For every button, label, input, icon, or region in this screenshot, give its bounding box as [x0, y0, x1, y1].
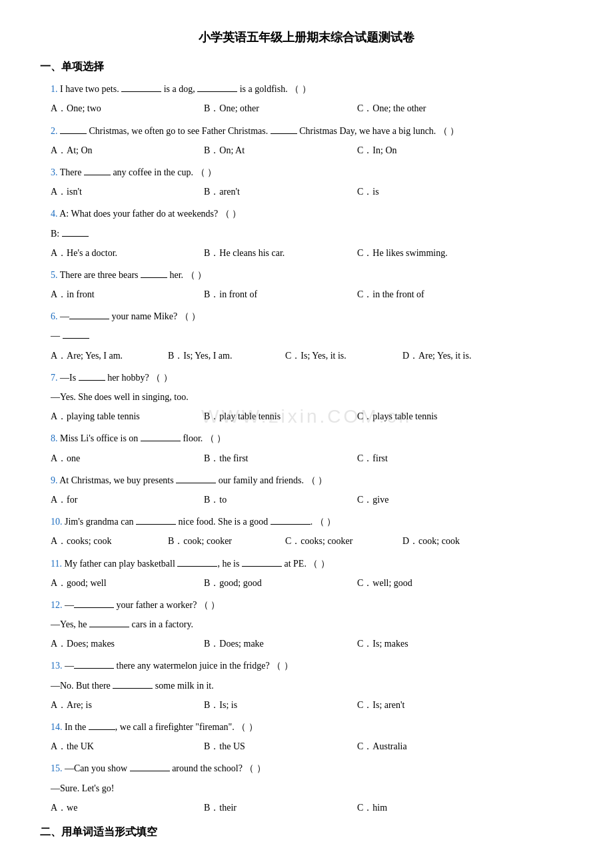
- q12-options: A．Does; makes B．Does; make C．Is; makes: [40, 635, 573, 652]
- q7-optionB: B．play table tennis: [204, 408, 350, 425]
- q4-optionC: C．He likes swimming.: [357, 245, 504, 261]
- q4-options: A．He's a doctor. B．He cleans his car. C．…: [40, 245, 573, 261]
- q7-sub: —Yes. She does well in singing, too.: [40, 389, 573, 405]
- question-11: 11. My father can play basketball , he i…: [40, 555, 573, 572]
- q14-optionC: C．Australia: [357, 738, 504, 755]
- q12-sub: —Yes, he cars in a factory.: [40, 616, 573, 633]
- q6-optionA: A．Are; Yes, I am.: [51, 347, 157, 364]
- q10-options: A．cooks; cook B．cook; cooker C．cooks; co…: [40, 533, 573, 549]
- q6-optionB: B．Is; Yes, I am.: [168, 347, 275, 364]
- q8-number: 8.: [51, 433, 58, 443]
- question-4: 4. A: What does your father do at weeken…: [40, 205, 573, 222]
- q3-optionA: A．isn't: [51, 183, 197, 200]
- q11-number: 11.: [51, 559, 62, 569]
- q14-options: A．the UK B．the US C．Australia: [40, 738, 573, 755]
- q11-optionB: B．good; good: [204, 575, 350, 591]
- q15-options: A．we B．their C．him: [40, 799, 573, 816]
- q2-options: A．At; On B．On; At C．In; On: [40, 142, 573, 159]
- question-9: 9. At Christmas, we buy presents our fam…: [40, 472, 573, 489]
- q7-optionA: A．playing table tennis: [51, 408, 197, 425]
- section1-header: 一、单项选择: [40, 57, 573, 77]
- q11-optionA: A．good; well: [51, 575, 197, 591]
- q10-optionB: B．cook; cooker: [168, 533, 275, 549]
- q14-number: 14.: [51, 722, 63, 732]
- q3-optionC: C．is: [357, 183, 504, 200]
- q9-optionA: A．for: [51, 491, 197, 508]
- question-5: 5. There are three bears her. （ ）: [40, 267, 573, 283]
- q3-options: A．isn't B．aren't C．is: [40, 183, 573, 200]
- q5-optionA: A．in front: [51, 286, 197, 303]
- q7-optionC: C．plays table tennis: [357, 408, 504, 425]
- q4-sub: B:: [40, 225, 573, 242]
- page-title: 小学英语五年级上册期末综合试题测试卷: [40, 27, 573, 48]
- q6-optionC: C．Is; Yes, it is.: [285, 347, 392, 364]
- q1-optionC: C．One; the other: [357, 100, 504, 117]
- q2-optionA: A．At; On: [51, 142, 197, 159]
- q14-optionA: A．the UK: [51, 738, 197, 755]
- q6-sub: —: [40, 327, 573, 344]
- question-15: 15. —Can you show around the school? （ ）: [40, 760, 573, 777]
- q12-optionB: B．Does; make: [204, 635, 350, 652]
- q5-optionC: C．in the front of: [357, 286, 504, 303]
- q5-optionB: B．in front of: [204, 286, 350, 303]
- q10-optionA: A．cooks; cook: [51, 533, 157, 549]
- q10-number: 10.: [51, 517, 63, 527]
- q5-number: 5.: [51, 270, 58, 280]
- question-12: 12. — your father a worker? （ ）: [40, 597, 573, 613]
- q12-optionA: A．Does; makes: [51, 635, 197, 652]
- q12-optionC: C．Is; makes: [357, 635, 504, 652]
- question-6: 6. — your name Mike? （ ）: [40, 308, 573, 325]
- q4-optionB: B．He cleans his car.: [204, 245, 350, 261]
- q10-optionD: D．cook; cook: [402, 533, 509, 549]
- q6-number: 6.: [51, 311, 58, 321]
- question-13: 13. — there any watermelon juice in the …: [40, 657, 573, 674]
- q1-optionA: A．One; two: [51, 100, 197, 117]
- question-7: 7. —Is her hobby? （ ）: [40, 369, 573, 386]
- q13-optionC: C．Is; aren't: [357, 697, 504, 713]
- q7-number: 7.: [51, 373, 58, 383]
- q8-optionA: A．one: [51, 450, 197, 467]
- question-8: 8. Miss Li's office is on floor. （ ）: [40, 430, 573, 447]
- q1-optionB: B．One; other: [204, 100, 350, 117]
- q13-optionA: A．Are; is: [51, 697, 197, 713]
- q8-optionC: C．first: [357, 450, 504, 467]
- q8-options: A．one B．the first C．first: [40, 450, 573, 467]
- q6-options: A．Are; Yes, I am. B．Is; Yes, I am. C．Is;…: [40, 347, 573, 364]
- q9-options: A．for B．to C．give: [40, 491, 573, 508]
- section2-header: 二、用单词适当形式填空: [40, 823, 573, 842]
- q15-optionA: A．we: [51, 799, 197, 816]
- q2-number: 2.: [51, 126, 58, 136]
- q14-optionB: B．the US: [204, 738, 350, 755]
- q13-sub: —No. But there some milk in it.: [40, 677, 573, 694]
- question-2: 2. Christmas, we often go to see Father …: [40, 123, 573, 139]
- q13-number: 13.: [51, 661, 63, 671]
- q15-optionB: B．their: [204, 799, 350, 816]
- q13-options: A．Are; is B．Is; is C．Is; aren't: [40, 697, 573, 713]
- question-1: 1. I have two pets. is a dog, is a goldf…: [40, 81, 573, 97]
- q15-optionC: C．him: [357, 799, 504, 816]
- q11-optionC: C．well; good: [357, 575, 504, 591]
- q9-optionC: C．give: [357, 491, 504, 508]
- q10-optionC: C．cooks; cooker: [285, 533, 392, 549]
- q11-options: A．good; well B．good; good C．well; good: [40, 575, 573, 591]
- q1-options: A．One; two B．One; other C．One; the other: [40, 100, 573, 117]
- q4-number: 4.: [51, 209, 58, 219]
- q12-number: 12.: [51, 600, 63, 610]
- q6-optionD: D．Are; Yes, it is.: [402, 347, 509, 364]
- q9-number: 9.: [51, 475, 58, 485]
- question-10: 10. Jim's grandma can nice food. She is …: [40, 513, 573, 530]
- q2-optionB: B．On; At: [204, 142, 350, 159]
- q3-optionB: B．aren't: [204, 183, 350, 200]
- q15-sub: —Sure. Let's go!: [40, 780, 573, 797]
- q8-optionB: B．the first: [204, 450, 350, 467]
- question-3: 3. There any coffee in the cup. （ ）: [40, 164, 573, 181]
- q5-options: A．in front B．in front of C．in the front …: [40, 286, 573, 303]
- q2-optionC: C．In; On: [357, 142, 504, 159]
- question-14: 14. In the , we call a firefighter "fire…: [40, 719, 573, 735]
- q1-number: 1.: [51, 84, 58, 94]
- q4-optionA: A．He's a doctor.: [51, 245, 197, 261]
- q15-number: 15.: [51, 763, 63, 773]
- q13-optionB: B．Is; is: [204, 697, 350, 713]
- q7-options: A．playing table tennis B．play table tenn…: [40, 408, 573, 425]
- q3-number: 3.: [51, 167, 58, 177]
